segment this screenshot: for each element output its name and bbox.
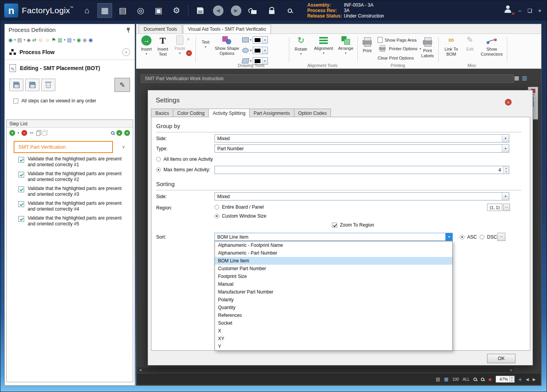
navigator-button[interactable]: ◎ bbox=[133, 3, 148, 18]
sort-option[interactable]: Polarity bbox=[215, 296, 452, 304]
insert-button[interactable]: → Insert ▾ bbox=[139, 35, 154, 56]
zoom-extents-icon[interactable]: + bbox=[519, 376, 522, 383]
rotate-button[interactable]: ↻ Rotate ▾ bbox=[292, 35, 310, 56]
columns-icon[interactable]: ▥ bbox=[58, 37, 62, 42]
zoom-100-button[interactable]: 100 bbox=[452, 377, 459, 381]
pin-icon[interactable] bbox=[126, 27, 131, 33]
show-shape-options-button[interactable]: Show Shape Options bbox=[214, 35, 240, 56]
text-style-button[interactable]: Text ▾ bbox=[199, 39, 213, 49]
rectangle-icon[interactable] bbox=[242, 37, 249, 42]
show-connectors-button[interactable]: Show Connectors bbox=[479, 35, 505, 56]
selected-step[interactable]: SMT Part Verification bbox=[14, 141, 113, 153]
edit-button[interactable]: ✎ Edit bbox=[463, 35, 477, 52]
start-icon[interactable]: ◉ bbox=[76, 37, 81, 42]
tab-document-tools[interactable]: Document Tools bbox=[139, 25, 182, 33]
scroll-right-icon[interactable]: ▶ bbox=[510, 368, 513, 372]
add-step-button[interactable]: + bbox=[9, 130, 15, 136]
engineer-icon[interactable]: ☺ bbox=[45, 37, 50, 42]
sort-option[interactable]: Quantity bbox=[215, 304, 452, 311]
max-items-spinner[interactable]: ▲▼ bbox=[503, 166, 509, 174]
cut-step-button[interactable]: ✂ bbox=[30, 130, 34, 135]
discard-button[interactable] bbox=[41, 79, 55, 91]
ok-button[interactable]: OK bbox=[487, 354, 515, 363]
edit-visual-aid-button[interactable]: ✎ bbox=[114, 78, 130, 92]
zoom-to-region-checkbox[interactable] bbox=[332, 223, 337, 228]
ellipse-color-combo[interactable]: ▾ bbox=[253, 47, 268, 54]
alignment-button[interactable]: Alignment ▾ bbox=[312, 35, 335, 55]
home-button[interactable]: ⌂ bbox=[79, 3, 94, 18]
user-logoff-button[interactable]: × bbox=[502, 5, 514, 16]
paste-step-button[interactable] bbox=[42, 131, 46, 136]
sort-option[interactable]: X bbox=[215, 327, 452, 335]
process-definition-button[interactable]: ▦ bbox=[97, 3, 112, 18]
lock-button[interactable] bbox=[264, 3, 279, 18]
find-step-button[interactable] bbox=[111, 131, 114, 135]
stop-icon[interactable]: ◉ bbox=[83, 37, 87, 42]
entire-board-radio[interactable]: Entire Board / Panel bbox=[215, 204, 264, 210]
fit-page-icon[interactable]: ▤ bbox=[436, 376, 440, 382]
zoom-to-region-checkbox-row[interactable]: Zoom To Region bbox=[332, 222, 374, 228]
tab-color-coding[interactable]: Color Coding bbox=[173, 109, 209, 117]
sort-option[interactable]: Manual bbox=[215, 280, 452, 288]
steps-order-option[interactable]: All steps can be viewed in any order bbox=[5, 94, 135, 107]
print-button[interactable]: Print bbox=[360, 35, 375, 53]
save-close-button[interactable] bbox=[25, 79, 39, 91]
flag-icon[interactable]: ⚑ bbox=[51, 37, 56, 42]
group-side-select[interactable]: Mixed ▾ bbox=[215, 134, 509, 142]
asc-radio[interactable]: ASC bbox=[460, 234, 477, 240]
forms-button[interactable]: ▤ bbox=[115, 3, 130, 18]
zoom-spinner[interactable]: ▲▼ bbox=[509, 376, 514, 382]
remove-annotation-button[interactable]: − bbox=[186, 50, 192, 56]
remove-step-button[interactable]: − bbox=[21, 130, 27, 136]
tag-icon[interactable]: ◆ bbox=[27, 37, 31, 42]
unlock-button[interactable] bbox=[246, 3, 261, 18]
clear-print-options-button[interactable]: Clear Print Options bbox=[378, 56, 414, 60]
back-button[interactable]: ◀ bbox=[211, 3, 225, 18]
all-items-radio[interactable]: All Items on one Activity bbox=[156, 156, 213, 162]
show-page-area-button[interactable]: Show Page Area bbox=[378, 37, 417, 43]
move-step-up-button[interactable]: ▲ bbox=[116, 130, 122, 136]
insert-text-button[interactable]: T Insert Text bbox=[154, 35, 171, 56]
layers-palette-icon[interactable]: ▧ bbox=[67, 37, 72, 42]
selected-step-row[interactable]: SMT Part Verification ∨ bbox=[14, 141, 130, 153]
minimize-button[interactable]: – bbox=[519, 8, 521, 14]
paste-button[interactable]: Paste ▾ bbox=[173, 35, 187, 55]
max-items-radio[interactable]: Max Items per Activity: bbox=[156, 167, 210, 172]
expand-flow-button[interactable]: ∨ bbox=[122, 48, 130, 56]
preview-icon[interactable]: ◉ bbox=[8, 37, 12, 42]
tab-basics[interactable]: Basics bbox=[151, 109, 173, 117]
step-list-item[interactable]: Validate that the highlighted parts are … bbox=[7, 214, 133, 229]
sort-option[interactable]: Footprint Size bbox=[215, 272, 452, 280]
fit-width-icon[interactable]: ▦ bbox=[444, 376, 449, 382]
forward-button[interactable]: ▶ bbox=[229, 3, 243, 18]
sort-option[interactable]: Socket bbox=[215, 319, 452, 327]
sort-option[interactable]: Alphanumeric - Part Number bbox=[215, 249, 452, 257]
arrange-button[interactable]: Arrange ▾ bbox=[336, 35, 355, 55]
tab-visual-aid-tools[interactable]: Visual Aid Tools - SMT Part Verificatio bbox=[183, 25, 271, 33]
order-checkbox[interactable] bbox=[13, 98, 18, 104]
step-list-item[interactable]: Validate that the highlighted parts are … bbox=[7, 184, 133, 199]
scroll-left-icon[interactable]: ◀ bbox=[139, 368, 141, 372]
pointer-mode-icon[interactable]: ◆ bbox=[488, 377, 491, 382]
print-labels-button[interactable]: Print Labels bbox=[419, 35, 436, 58]
sort-option[interactable]: Customer Part Number bbox=[215, 265, 452, 272]
step-list-item[interactable]: Validate that the highlighted parts are … bbox=[7, 169, 133, 184]
zoom-level-input[interactable]: 47% ▲▼ bbox=[496, 376, 515, 383]
max-items-input[interactable]: 4 ▲▼ bbox=[215, 166, 509, 174]
link-to-bom-button[interactable]: ∞ Link To BOM bbox=[441, 35, 461, 56]
zoom-in-icon[interactable] bbox=[473, 378, 477, 381]
move-step-down-button[interactable]: ▼ bbox=[124, 130, 130, 136]
custom-window-radio[interactable]: Custom Window Size bbox=[215, 213, 266, 219]
sort-option[interactable]: Alphanumeric - Footprint Name bbox=[215, 241, 452, 249]
tab-part-assignments[interactable]: Part Assignments bbox=[249, 109, 294, 117]
tab-option-codes[interactable]: Option Codes bbox=[294, 109, 331, 117]
sync-icon[interactable]: ⇄ bbox=[32, 37, 37, 42]
save-button[interactable] bbox=[193, 3, 208, 18]
tab-activity-splitting[interactable]: Activity Splitting bbox=[208, 109, 250, 118]
zoom-all-button[interactable]: ALL bbox=[463, 377, 470, 381]
step-list-item[interactable]: Validate that the highlighted parts are … bbox=[7, 199, 133, 214]
group-type-select[interactable]: Part Number ▾ bbox=[215, 144, 509, 153]
close-dialog-button[interactable]: × bbox=[505, 99, 512, 105]
copy-step-button[interactable] bbox=[36, 131, 40, 136]
collapse-step-icon[interactable]: ∨ bbox=[122, 144, 125, 149]
